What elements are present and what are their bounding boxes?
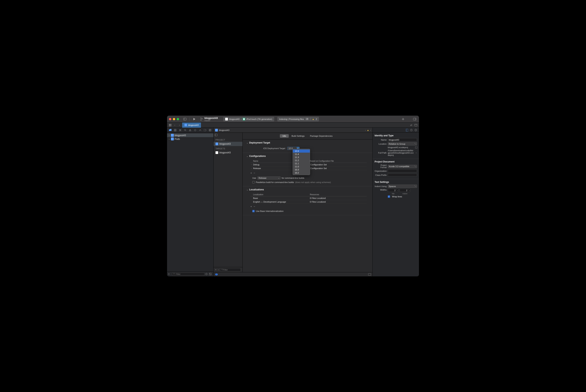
nav-forward-icon[interactable]: › bbox=[178, 123, 181, 127]
history-inspector-icon[interactable] bbox=[410, 129, 413, 131]
close-window-button[interactable] bbox=[169, 118, 171, 120]
svg-marker-2 bbox=[193, 118, 195, 120]
wrap-lines-checkbox[interactable]: ✓ bbox=[388, 196, 390, 198]
location-select[interactable]: Relative to Group bbox=[388, 142, 417, 146]
nav-next-icon[interactable]: › bbox=[370, 129, 371, 131]
file-inspector-icon[interactable] bbox=[406, 129, 408, 132]
parallelize-label: Parallelize build for command-line build… bbox=[256, 181, 294, 184]
section-title: Localizations bbox=[249, 188, 264, 191]
test-navigator-icon[interactable] bbox=[193, 128, 197, 132]
section-title: Project Document bbox=[375, 160, 417, 163]
editor-options-icon[interactable] bbox=[414, 123, 418, 127]
issue-navigator-icon[interactable] bbox=[188, 128, 192, 132]
remove-localization-icon[interactable]: − bbox=[253, 205, 255, 208]
scheme-selector[interactable]: blogpost43 › iPod touch (7th generation) bbox=[223, 117, 274, 122]
dropdown-option[interactable]: 10.2 bbox=[293, 171, 310, 174]
chevron-down-icon[interactable]: ⌄ bbox=[247, 189, 248, 191]
dropdown-option[interactable]: 11.2 bbox=[293, 159, 310, 162]
svg-marker-33 bbox=[204, 129, 206, 131]
navigator-tabs bbox=[167, 128, 213, 133]
breadcrumb-label[interactable]: blogpost43 bbox=[219, 129, 229, 131]
status-count-badge: 2 bbox=[305, 118, 309, 120]
localizations-section: ⌄ Localizations Localization Resources B… bbox=[243, 186, 372, 215]
help-inspector-icon[interactable]: ? bbox=[414, 129, 417, 131]
recent-filter-icon[interactable] bbox=[205, 273, 208, 275]
class-prefix-label: Class Prefix bbox=[375, 174, 387, 176]
add-file-icon[interactable]: + bbox=[168, 273, 171, 276]
dropdown-option[interactable]: 11.4 bbox=[293, 152, 310, 156]
dropdown-option[interactable]: 11.0 bbox=[293, 165, 310, 168]
report-navigator-icon[interactable] bbox=[208, 128, 212, 132]
tab-package-dependencies[interactable]: Package Dependencies bbox=[307, 134, 335, 138]
outline-item-label: blogpost43 bbox=[219, 142, 231, 145]
zoom-window-button[interactable] bbox=[177, 118, 179, 120]
warning-badge-icon[interactable]: ▲ bbox=[367, 129, 369, 131]
disclosure-icon[interactable]: › bbox=[250, 167, 252, 169]
name-field[interactable]: blogpost43 bbox=[388, 138, 417, 142]
indent-width-stepper[interactable]: 2 bbox=[400, 189, 410, 192]
remove-config-icon[interactable]: − bbox=[253, 172, 255, 174]
add-target-icon[interactable]: + bbox=[215, 268, 216, 271]
symbol-navigator-icon[interactable] bbox=[179, 128, 182, 132]
table-row[interactable]: English — Development Language 0 Files L… bbox=[250, 200, 367, 204]
device-icon bbox=[243, 118, 245, 120]
tab-build-settings[interactable]: Build Settings bbox=[289, 134, 307, 138]
minimize-window-button[interactable] bbox=[173, 118, 175, 120]
run-button[interactable] bbox=[192, 117, 197, 122]
table-row[interactable]: Base 0 Files Localized bbox=[250, 196, 367, 200]
use-base-i18n-checkbox[interactable]: ✓ bbox=[252, 210, 255, 212]
breakpoint-navigator-icon[interactable] bbox=[203, 128, 207, 132]
class-prefix-field[interactable] bbox=[388, 173, 417, 177]
build-config-combo[interactable]: Release bbox=[257, 176, 281, 180]
tab-grid-icon[interactable] bbox=[168, 123, 172, 127]
editor-tab[interactable]: blogpost43 bbox=[182, 122, 201, 128]
disclosure-icon[interactable]: › bbox=[168, 138, 170, 140]
tab-width-stepper[interactable]: 2 bbox=[388, 189, 398, 192]
tab-sublabel: Tab bbox=[388, 193, 398, 195]
tree-item-project[interactable]: › blogpost43 bbox=[167, 134, 213, 137]
navigator-filter-input[interactable]: Filter bbox=[172, 272, 204, 276]
parallelize-checkbox[interactable] bbox=[252, 181, 255, 184]
sidebar-toggle-icon[interactable] bbox=[183, 117, 187, 122]
indent-using-select[interactable]: Spaces bbox=[388, 184, 417, 188]
add-button[interactable] bbox=[401, 117, 405, 122]
folder-picker-icon[interactable] bbox=[415, 146, 417, 148]
add-localization-icon[interactable]: + bbox=[250, 205, 252, 208]
disclosure-icon[interactable]: › bbox=[250, 164, 252, 166]
chevron-down-icon[interactable]: ⌄ bbox=[247, 142, 248, 144]
outline-project-item[interactable]: blogpost43 bbox=[214, 142, 242, 146]
window-controls bbox=[169, 118, 179, 120]
source-control-navigator-icon[interactable] bbox=[173, 128, 177, 132]
tree-item-pods[interactable]: › Pods bbox=[167, 137, 213, 141]
scm-filter-icon[interactable] bbox=[209, 273, 212, 275]
project-title-area[interactable]: blogpost43 master bbox=[200, 116, 218, 122]
find-navigator-icon[interactable] bbox=[184, 128, 187, 132]
nav-back-icon[interactable]: ‹ bbox=[173, 123, 177, 127]
debug-area-toggle-icon[interactable] bbox=[368, 273, 371, 276]
disclosure-icon[interactable]: › bbox=[168, 134, 170, 137]
org-field[interactable] bbox=[388, 169, 417, 172]
debug-area-indicator[interactable] bbox=[215, 274, 218, 276]
dropdown-option[interactable]: 11.3 bbox=[293, 156, 310, 159]
library-icon[interactable] bbox=[412, 117, 417, 122]
swap-icon[interactable]: ⇄ bbox=[409, 123, 413, 127]
outline-target-item[interactable]: blogpost43 bbox=[214, 150, 242, 155]
reveal-icon[interactable]: → bbox=[415, 152, 417, 154]
nav-prev-icon[interactable]: ‹ bbox=[365, 129, 366, 131]
identity-section: Identity and Type Name blogpost43 Locati… bbox=[373, 133, 419, 159]
remove-target-icon[interactable]: − bbox=[218, 268, 219, 271]
xcode-window: blogpost43 master blogpost43 › iPod touc… bbox=[167, 116, 419, 276]
tab-info[interactable]: Info bbox=[280, 134, 289, 138]
format-select[interactable]: Xcode 3.2-compatible bbox=[388, 165, 417, 168]
debug-navigator-icon[interactable] bbox=[198, 128, 202, 132]
dropdown-option[interactable]: 12.0 bbox=[293, 150, 310, 152]
project-navigator-icon[interactable] bbox=[169, 128, 172, 132]
outline-toggle-icon[interactable] bbox=[214, 133, 242, 137]
add-config-icon[interactable]: + bbox=[250, 172, 252, 174]
activity-status[interactable]: Indexing | Processing files 2 ▲ 2 bbox=[277, 117, 319, 122]
chevron-down-icon[interactable]: ⌄ bbox=[247, 155, 248, 157]
dropdown-option[interactable]: 11.1 bbox=[293, 162, 310, 165]
outline-filter-input[interactable]: Filter bbox=[220, 268, 241, 272]
tree-item-label: blogpost43 bbox=[175, 134, 186, 137]
dropdown-option[interactable]: 10.3 bbox=[293, 168, 310, 171]
